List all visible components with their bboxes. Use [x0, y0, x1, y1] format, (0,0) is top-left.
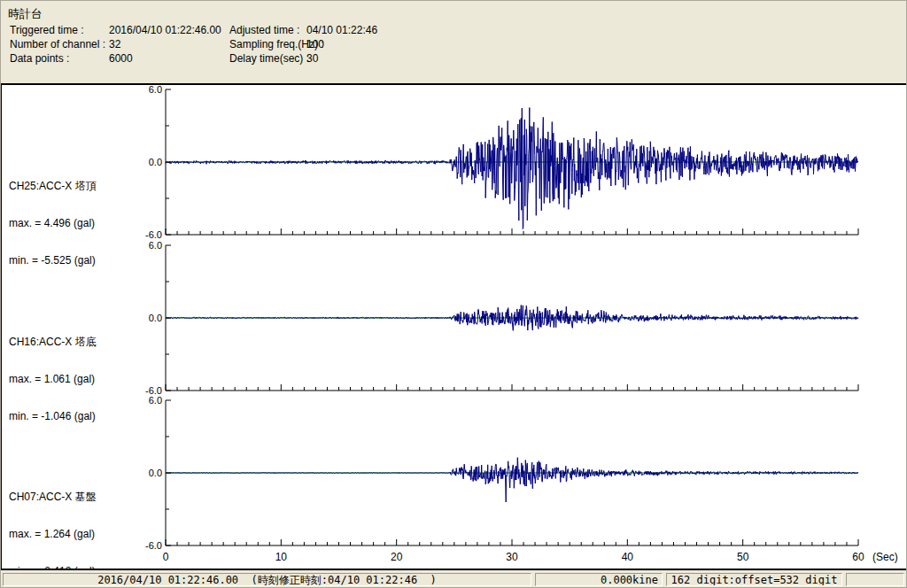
- delay-time-value: 30: [306, 52, 318, 65]
- app-window: 時計台 Triggered time : 2016/04/10 01:22:46…: [0, 0, 907, 588]
- svg-text:6.0: 6.0: [149, 395, 162, 406]
- svg-text:6.0: 6.0: [149, 240, 162, 251]
- adjusted-time-value: 04/10 01:22:46: [306, 24, 377, 36]
- channel-count-value: 32: [109, 38, 120, 50]
- data-points-value: 6000: [109, 52, 133, 65]
- svg-text:-6.0: -6.0: [145, 540, 162, 551]
- sampling-freq-value: 100: [306, 38, 324, 50]
- svg-text:50: 50: [737, 551, 749, 563]
- svg-text:0: 0: [163, 551, 169, 563]
- svg-text:(Sec): (Sec): [872, 551, 898, 563]
- header-panel: 時計台 Triggered time : 2016/04/10 01:22:46…: [1, 1, 907, 83]
- svg-text:6.0: 6.0: [149, 85, 162, 95]
- svg-text:-6.0: -6.0: [145, 229, 162, 240]
- svg-text:20: 20: [391, 551, 403, 563]
- svg-text:40: 40: [622, 551, 634, 563]
- svg-text:0.0: 0.0: [149, 313, 162, 323]
- triggered-time-value: 2016/04/10 01:22:46.00: [109, 24, 221, 36]
- status-digit-panel: 162 digit:offset=532 digit: [666, 573, 842, 586]
- waveform-plot-svg: 6.00.0-6.06.00.0-6.06.00.0-6.00102030405…: [2, 85, 905, 567]
- svg-text:60: 60: [852, 551, 864, 563]
- channel-count-label: Number of channel :: [10, 38, 105, 50]
- data-points-label: Data points :: [10, 52, 69, 65]
- adjusted-time-label: Adjusted time :: [229, 24, 299, 36]
- svg-text:30: 30: [506, 551, 518, 563]
- status-kine-panel: 0.000kine: [535, 573, 663, 586]
- waveform-area: CH25:ACC-X 塔頂 max. = 4.496 (gal) min. = …: [1, 83, 907, 569]
- status-time-panel: 2016/04/10 01:22:46.00 (時刻修正時刻:04/10 01:…: [3, 573, 531, 586]
- status-extra-panel: [846, 573, 904, 586]
- status-bar: 2016/04/10 01:22:46.00 (時刻修正時刻:04/10 01:…: [1, 569, 907, 588]
- svg-text:0.0: 0.0: [149, 468, 162, 478]
- delay-time-label: Delay time(sec) :: [229, 52, 309, 65]
- svg-text:0.0: 0.0: [149, 157, 162, 167]
- page-title: 時計台: [8, 6, 43, 22]
- triggered-time-label: Triggered time :: [10, 24, 84, 36]
- svg-text:10: 10: [275, 551, 288, 563]
